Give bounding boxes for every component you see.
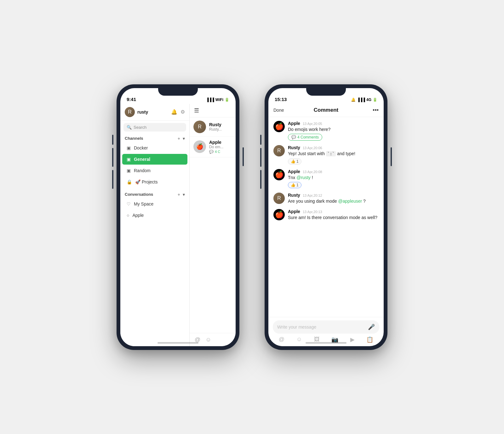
channel-preview-rusty: Rusty...	[209, 127, 232, 132]
home-indicator-1	[158, 342, 198, 344]
add-channel-icon[interactable]: +	[178, 136, 180, 141]
msg-content-apple-3: Apple 13 Apr,20:13 Sure am! Is there con…	[288, 209, 379, 221]
channel-icon-random: ▣	[127, 168, 131, 173]
channel-label-general: General	[134, 157, 150, 162]
msg-author-rusty-1: Rusty	[288, 145, 300, 150]
reaction-count-apple-2: 1	[296, 183, 299, 187]
home-indicator-2	[306, 342, 346, 344]
power-button-2	[391, 147, 392, 166]
channel-author-rusty: Rusty	[209, 122, 232, 127]
search-text: Search	[134, 125, 146, 130]
channel-icon-general: ▣	[127, 157, 131, 162]
done-button[interactable]: Done	[273, 108, 308, 113]
battery-icon-2: 🔋	[373, 98, 377, 102]
msg-content-rusty-2: Rusty 13 Apr,20:12 Are you using dark mo…	[288, 193, 379, 205]
expand-channels-icon[interactable]: ▾	[183, 136, 185, 141]
sidebar-item-projects[interactable]: 🔒 🚀 Projects	[122, 177, 187, 187]
alarm-icon: 🔔	[351, 98, 356, 102]
channels-label: Channels	[125, 136, 143, 141]
comment-badge-count: 4 C	[215, 150, 220, 154]
channel-label-docker: Docker	[134, 145, 148, 150]
status-time-1: 9:41	[127, 97, 136, 102]
msg-text-apple-2: Tnx @rusty !	[288, 175, 379, 181]
notch-2	[306, 84, 346, 96]
at-icon-input[interactable]: @	[279, 336, 284, 343]
comment-header: Done Comment •••	[268, 104, 384, 117]
more-options-button[interactable]: •••	[344, 107, 379, 114]
msg-time-rusty-2: 13 Apr,20:12	[303, 194, 322, 197]
sidebar: R rusty 🔔 ⚙ 🔍 Search Channels +	[120, 104, 190, 346]
comments-count-badge[interactable]: 💬 4 Comments	[288, 134, 322, 141]
msg-meta-rusty-1: Rusty 13 Apr,20:06	[288, 145, 379, 150]
channel-message-apple-info: Apple Do em... 💬 4 C	[209, 140, 232, 154]
msg-content-rusty-1: Rusty 13 Apr,20:06 Yep! Just start with …	[288, 145, 379, 165]
status-time-2: 15:13	[275, 97, 287, 102]
signal-icon: ▐▐▐	[206, 98, 214, 102]
msg-author-rusty-2: Rusty	[288, 193, 300, 198]
silent-button	[112, 135, 113, 145]
mic-icon[interactable]: 🎤	[368, 324, 375, 330]
document-icon-input[interactable]: 📋	[366, 336, 373, 343]
msg-author-apple-3: Apple	[288, 209, 300, 214]
message-row-rusty-1: R Rusty 13 Apr,20:06 Yep! Just start wit…	[273, 145, 379, 165]
conversation-label-myspace: My Space	[134, 201, 153, 206]
emoji-icon-input[interactable]: ☺	[296, 336, 302, 343]
apple-avatar-msg1: 🍎	[273, 121, 285, 132]
expand-conversations-icon[interactable]: ▾	[183, 192, 185, 197]
add-conversation-icon[interactable]: +	[178, 192, 180, 197]
msg-time-apple-1: 13 Apr,20:05	[303, 122, 322, 126]
sidebar-header-icons: 🔔 ⚙	[171, 109, 185, 115]
msg-text-apple-1: Do emojis work here?	[288, 127, 379, 133]
gear-icon[interactable]: ⚙	[180, 109, 185, 115]
conversations-actions: + ▾	[178, 192, 185, 197]
msg-time-apple-3: 13 Apr,20:13	[303, 210, 322, 214]
sidebar-header: R rusty 🔔 ⚙	[120, 104, 189, 121]
lock-icon-projects: 🔒	[127, 179, 132, 184]
power-button	[243, 147, 244, 166]
channel-message-rusty[interactable]: R Rusty Rusty...	[190, 117, 236, 137]
sidebar-item-apple[interactable]: ○ Apple	[122, 210, 187, 221]
channel-label-random: Random	[134, 168, 151, 173]
channel-label-projects: 🚀 Projects	[135, 179, 158, 184]
heart-icon-myspace: ♡	[127, 201, 131, 206]
menu-icon[interactable]: ☰	[194, 107, 199, 114]
wifi-icon: WiFi	[215, 98, 223, 102]
notch-1	[158, 84, 198, 96]
search-bar[interactable]: 🔍 Search	[123, 123, 186, 132]
emoji-icon-1[interactable]: ☺	[205, 336, 211, 343]
msg-time-apple-2: 13 Apr,20:08	[303, 170, 322, 174]
bell-icon[interactable]: 🔔	[171, 109, 177, 115]
reaction-badge-apple-2[interactable]: 👍 1	[288, 182, 301, 188]
volume-up-button	[112, 148, 113, 167]
conversations-section-header: Conversations + ▾	[120, 190, 189, 198]
messages-area: 🍎 Apple 13 Apr,20:05 Do emojis work here…	[268, 117, 384, 317]
signal-bars-icon: ▐▐▐	[357, 98, 365, 102]
sidebar-item-general[interactable]: ▣ General	[122, 154, 187, 165]
volume-up-button-2	[260, 148, 261, 167]
conversations-label: Conversations	[125, 192, 153, 197]
comments-count-text: 4 Comments	[297, 135, 319, 139]
reaction-badge-rusty-1[interactable]: 👍 1	[288, 158, 301, 165]
msg-meta-apple-1: Apple 13 Apr,20:05	[288, 121, 379, 126]
rusty-avatar-msg4: R	[273, 193, 285, 204]
sidebar-item-myspace[interactable]: ♡ My Space	[122, 199, 187, 209]
channel-author-apple: Apple	[209, 140, 232, 145]
channel-message-apple[interactable]: 🍎 Apple Do em... 💬 4 C	[190, 137, 236, 157]
volume-down-button	[112, 170, 113, 189]
message-input-placeholder: Write your message	[277, 324, 368, 330]
phone-2: 15:13 🔔 ▐▐▐ 4G 🔋 Done Comment ••• 🍎	[265, 84, 387, 350]
message-input-field[interactable]: Write your message 🎤	[273, 320, 379, 334]
search-icon: 🔍	[127, 125, 132, 130]
reaction-emoji-apple-2: 👍	[291, 183, 295, 187]
msg-author-apple-2: Apple	[288, 169, 300, 174]
message-row-rusty-2: R Rusty 13 Apr,20:12 Are you using dark …	[273, 193, 379, 205]
apple-avatar-1: 🍎	[193, 140, 206, 153]
video-icon-input[interactable]: ▶	[350, 336, 355, 343]
silent-button-2	[260, 135, 261, 145]
message-row-apple-1: 🍎 Apple 13 Apr,20:05 Do emojis work here…	[273, 121, 379, 141]
sidebar-item-random[interactable]: ▣ Random	[122, 165, 187, 176]
conversation-label-apple: Apple	[132, 213, 144, 218]
comment-title: Comment	[308, 107, 343, 113]
sidebar-item-docker[interactable]: ▣ Docker	[122, 143, 187, 153]
sidebar-username: rusty	[137, 110, 169, 115]
